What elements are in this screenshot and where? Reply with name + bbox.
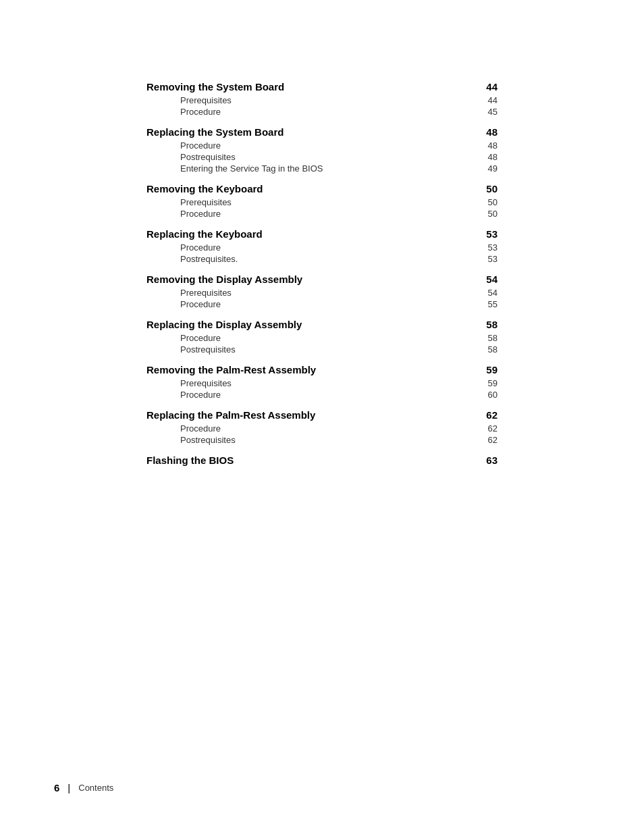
toc-heading-page: 44 [477, 81, 498, 93]
toc-sub-page: 53 [477, 254, 498, 264]
toc-section: Flashing the BIOS63 [146, 454, 498, 466]
toc-heading-label: Replacing the System Board [146, 126, 284, 138]
toc-heading-label: Removing the Keyboard [146, 183, 263, 194]
toc-sub-label: Postrequisites [180, 344, 236, 355]
toc-sub-label: Postrequisites. [180, 254, 238, 264]
toc-sub-label: Prerequisites [180, 378, 232, 388]
toc-section: Replacing the System Board48Procedure48P… [146, 126, 498, 174]
footer-page-number: 6 [54, 782, 59, 793]
toc-heading-row: Removing the Palm-Rest Assembly59 [146, 364, 498, 375]
toc-sub-row: Procedure45 [146, 107, 498, 117]
toc-sub-label: Prerequisites [180, 288, 232, 298]
toc-sub-page: 58 [477, 333, 498, 343]
toc-sub-label: Prerequisites [180, 95, 232, 105]
toc-section: Removing the Palm-Rest Assembly59Prerequ… [146, 364, 498, 400]
toc-sub-page: 50 [477, 197, 498, 207]
toc-sub-label: Entering the Service Tag in the BIOS [180, 163, 323, 174]
toc-section: Removing the Display Assembly54Prerequis… [146, 273, 498, 309]
toc-heading-page: 50 [477, 183, 498, 194]
toc-heading-label: Removing the Palm-Rest Assembly [146, 364, 316, 375]
toc-sub-page: 54 [477, 288, 498, 298]
toc-heading-label: Flashing the BIOS [146, 454, 234, 466]
toc-sub-page: 62 [477, 435, 498, 445]
toc-sub-row: Procedure50 [146, 209, 498, 219]
toc-heading-row: Replacing the System Board48 [146, 126, 498, 138]
footer-label: Contents [78, 783, 113, 793]
toc-sub-label: Procedure [180, 209, 221, 219]
toc-sub-label: Procedure [180, 390, 221, 400]
toc-heading-label: Replacing the Keyboard [146, 228, 263, 240]
toc-sub-page: 48 [477, 140, 498, 151]
toc-heading-page: 63 [477, 454, 498, 466]
toc-sub-label: Procedure [180, 299, 221, 309]
toc-sub-row: Procedure53 [146, 242, 498, 253]
toc-heading-label: Removing the System Board [146, 81, 284, 93]
toc-heading-page: 59 [477, 364, 498, 375]
toc-sub-page: 48 [477, 152, 498, 162]
toc-heading-page: 62 [477, 409, 498, 421]
toc-sub-row: Procedure55 [146, 299, 498, 309]
toc-heading-row: Removing the Keyboard50 [146, 183, 498, 194]
toc-sub-page: 59 [477, 378, 498, 388]
toc-heading-label: Replacing the Palm-Rest Assembly [146, 409, 315, 421]
toc-sub-row: Prerequisites54 [146, 288, 498, 298]
toc-heading-label: Removing the Display Assembly [146, 273, 302, 285]
toc-sub-row: Procedure48 [146, 140, 498, 151]
toc-sub-page: 55 [477, 299, 498, 309]
toc-sub-page: 58 [477, 344, 498, 355]
toc-sub-row: Procedure62 [146, 423, 498, 434]
toc-sub-label: Prerequisites [180, 197, 232, 207]
toc-sub-row: Postrequisites48 [146, 152, 498, 162]
toc-sub-page: 45 [477, 107, 498, 117]
toc-section: Removing the System Board44Prerequisites… [146, 81, 498, 117]
toc-sub-row: Postrequisites58 [146, 344, 498, 355]
toc-sub-label: Procedure [180, 333, 221, 343]
toc-content: Removing the System Board44Prerequisites… [146, 81, 498, 470]
toc-sub-page: 60 [477, 390, 498, 400]
toc-sub-page: 44 [477, 95, 498, 105]
toc-heading-row: Removing the System Board44 [146, 81, 498, 93]
toc-heading-label: Replacing the Display Assembly [146, 319, 302, 330]
toc-sub-label: Procedure [180, 423, 221, 434]
toc-sub-label: Procedure [180, 107, 221, 117]
toc-heading-page: 53 [477, 228, 498, 240]
toc-sub-page: 49 [477, 163, 498, 174]
toc-heading-row: Flashing the BIOS63 [146, 454, 498, 466]
toc-sub-row: Procedure58 [146, 333, 498, 343]
toc-sub-row: Prerequisites44 [146, 95, 498, 105]
toc-heading-page: 58 [477, 319, 498, 330]
toc-section: Replacing the Palm-Rest Assembly62Proced… [146, 409, 498, 445]
toc-heading-row: Replacing the Keyboard53 [146, 228, 498, 240]
toc-heading-row: Replacing the Display Assembly58 [146, 319, 498, 330]
toc-sub-page: 62 [477, 423, 498, 434]
toc-heading-row: Replacing the Palm-Rest Assembly62 [146, 409, 498, 421]
toc-section: Removing the Keyboard50Prerequisites50Pr… [146, 183, 498, 219]
toc-sub-label: Procedure [180, 242, 221, 253]
toc-sub-row: Entering the Service Tag in the BIOS49 [146, 163, 498, 174]
toc-sub-label: Postrequisites [180, 435, 236, 445]
toc-sub-page: 53 [477, 242, 498, 253]
toc-sub-row: Prerequisites59 [146, 378, 498, 388]
page-container: Removing the System Board44Prerequisites… [0, 0, 644, 834]
toc-section: Replacing the Display Assembly58Procedur… [146, 319, 498, 355]
footer-separator: | [68, 782, 70, 793]
toc-sub-row: Procedure60 [146, 390, 498, 400]
toc-heading-page: 54 [477, 273, 498, 285]
toc-sub-page: 50 [477, 209, 498, 219]
toc-sub-row: Postrequisites.53 [146, 254, 498, 264]
toc-sub-row: Prerequisites50 [146, 197, 498, 207]
footer: 6 | Contents [0, 782, 644, 793]
toc-sub-row: Postrequisites62 [146, 435, 498, 445]
toc-sub-label: Procedure [180, 140, 221, 151]
toc-heading-page: 48 [477, 126, 498, 138]
toc-section: Replacing the Keyboard53Procedure53Postr… [146, 228, 498, 264]
toc-heading-row: Removing the Display Assembly54 [146, 273, 498, 285]
toc-sub-label: Postrequisites [180, 152, 236, 162]
